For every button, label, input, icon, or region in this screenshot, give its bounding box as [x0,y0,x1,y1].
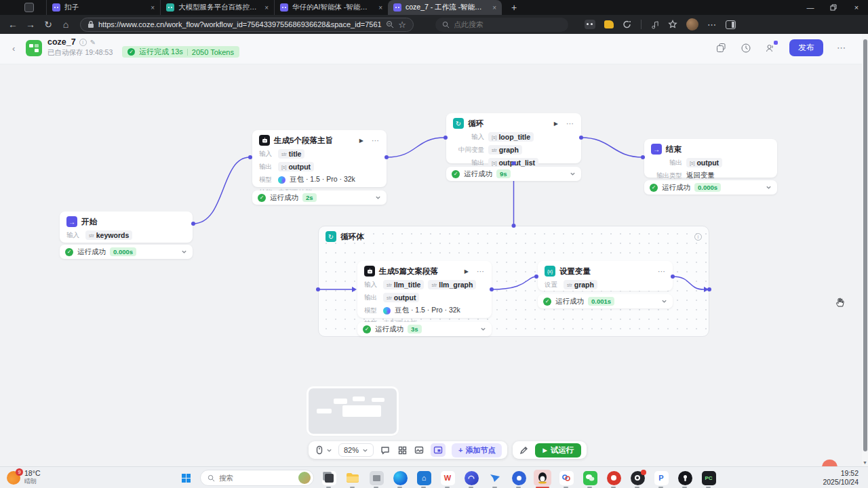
node-llm-para-status[interactable]: ✓ 运行成功 3s [357,322,492,336]
back-chevron-icon[interactable]: ‹ [12,43,15,54]
tab-close-icon[interactable]: × [492,4,496,12]
node-set-variable-status[interactable]: ✓ 运行成功 0.001s [538,294,673,308]
scroll-down-icon[interactable]: ▼ [863,460,867,465]
red-o-app-icon[interactable] [605,470,623,486]
node-loop[interactable]: ↻ 循环 ▶ ⋯ 输入 [s]loop_title 中间变量 strgraph … [446,113,581,163]
new-tab-button[interactable]: + [511,2,517,13]
node-end-status[interactable]: ✓ 运行成功 0.000s [644,180,777,195]
taskbar-search[interactable] [200,470,314,486]
history-icon[interactable] [741,43,751,54]
var-tag-title[interactable]: strtitle [278,149,304,159]
file-explorer-icon[interactable] [344,470,361,486]
restore-button[interactable] [822,0,845,15]
edit-icon[interactable]: ✎ [90,39,96,46]
quark-browser-icon[interactable]: ◠ [462,470,480,486]
ai-assistant-icon[interactable] [623,20,632,29]
var-tag-keywords[interactable]: str keywords [85,230,132,240]
tab-close-icon[interactable]: × [151,4,155,12]
wechat-icon[interactable] [581,470,599,486]
media-player-icon[interactable] [510,470,528,486]
var-tag-output[interactable]: stroutput [383,293,419,302]
info-icon[interactable]: i [79,39,87,46]
debug-pen-icon[interactable] [518,445,529,455]
history-music-icon[interactable] [650,20,659,29]
node-more-icon[interactable]: ⋯ [372,136,380,145]
qq-icon[interactable] [534,470,551,486]
node-start-status[interactable]: ✓ 运行成功 0.000s [60,245,193,259]
more-menu-icon[interactable]: ⋯ [837,43,846,53]
run-node-icon[interactable]: ▶ [359,138,363,144]
run-node-icon[interactable]: ▶ [465,268,469,274]
sidebar-toggle-icon[interactable] [726,20,736,29]
bookmark-star-icon[interactable]: ☆ [398,20,406,30]
var-tag-output[interactable]: [s]output [686,158,722,167]
publish-button[interactable]: 发布 [789,39,823,56]
taskbar-search-input[interactable] [219,474,287,482]
quick-search[interactable] [435,18,568,32]
var-tag-output[interactable]: [s]output [278,162,314,171]
node-llm-para[interactable]: 生成5篇文案段落 ▶ ⋯ 输入 strllm_title strllm_grap… [357,261,492,318]
start-button[interactable] [178,470,194,486]
minimap-toggle-icon[interactable] [431,443,446,457]
run-complete-badge[interactable]: ✓ 运行完成 13s 2050 Tokens [122,46,239,58]
back-icon[interactable]: ← [4,19,22,30]
help-floating-button[interactable] [822,460,837,466]
favorites-icon[interactable] [668,20,677,29]
tab-kouzi[interactable]: 扣子 × [46,0,160,15]
node-set-variable[interactable]: {x} 设置变量 ⋯ 设置 strgraph [538,261,673,291]
copy-frame-icon[interactable] [716,43,727,54]
mail-bird-icon[interactable] [486,470,504,486]
search-highlight-image[interactable] [298,472,311,484]
node-more-icon[interactable]: ⋯ [658,267,666,276]
edge-browser-icon[interactable] [391,470,409,486]
var-tag-graph[interactable]: strgraph [488,145,522,155]
wps-icon[interactable]: W [439,470,456,486]
taskbar-clock[interactable]: 19:52 2025/10/24 [823,469,859,487]
snapshot-icon[interactable] [414,445,425,455]
printer-icon[interactable] [368,470,385,486]
node-llm-outline[interactable]: 生成5个段落主旨 ▶ ⋯ 输入 strtitle 输出 [s]output 模型… [252,130,387,187]
page-scrollbar[interactable]: ▼ [862,34,868,466]
microsoft-store-icon[interactable]: ⌂ [415,470,433,486]
chevron-down-icon[interactable] [766,184,772,190]
tab-coze7-workflow[interactable]: coze_7 - 工作流 -智能体平台 × [388,0,502,15]
zoom-out-icon[interactable] [386,20,394,28]
refresh-icon[interactable]: ↻ [39,19,57,30]
chevron-down-icon[interactable] [375,195,381,201]
home-icon[interactable]: ⌂ [57,19,75,30]
node-more-icon[interactable]: ⋯ [566,119,574,128]
add-node-button[interactable]: + 添加节点 [452,443,502,458]
var-tag-loop-title[interactable]: [s]loop_title [488,132,534,142]
auto-layout-icon[interactable] [397,445,408,455]
extension-icon[interactable] [585,20,595,29]
pointer-mode-icon[interactable] [314,445,325,455]
var-tag-graph[interactable]: strgraph [564,280,597,289]
node-loop-status[interactable]: ✓ 运行成功 9s [446,167,581,181]
weather-widget[interactable]: 9 18°C 晴朗 [7,469,40,486]
scrollbar-thumb[interactable] [863,39,867,451]
chevron-down-icon[interactable] [661,298,667,304]
p-app-icon[interactable]: P [652,470,670,486]
keyhole-app-icon[interactable] [676,470,694,486]
var-tag-llm-graph[interactable]: strllm_graph [428,280,476,289]
meeting-rings-icon[interactable] [557,470,575,486]
address-bar[interactable]: https://www.coze.cn/work_flow?workflow_i… [80,18,414,32]
pet-extension-icon[interactable] [604,20,614,28]
browser-logo-icon[interactable] [24,3,34,12]
var-tag-llm-title[interactable]: strllm_title [383,280,424,289]
obs-icon[interactable] [629,470,646,486]
node-start[interactable]: → 开始 输入 str keywords [60,211,193,243]
run-node-icon[interactable]: ▶ [554,121,558,127]
task-view-icon[interactable] [320,470,338,486]
user-avatar[interactable] [686,18,698,30]
collaborators-icon[interactable] [765,43,776,54]
var-tag-output-list[interactable]: [s]output_list [488,158,538,167]
tab-close-icon[interactable]: × [378,4,382,12]
workflow-canvas[interactable]: ↻ 循环体 i → 开始 输入 str keywords ✓ 运行成功 0.00… [0,64,868,466]
chevron-down-icon[interactable] [570,171,576,177]
info-icon[interactable]: i [694,233,702,241]
chevron-down-icon[interactable] [181,249,187,255]
minimize-button[interactable]: — [799,0,822,15]
node-llm-outline-status[interactable]: ✓ 运行成功 2s [252,190,387,205]
tab-close-icon[interactable]: × [264,4,269,12]
